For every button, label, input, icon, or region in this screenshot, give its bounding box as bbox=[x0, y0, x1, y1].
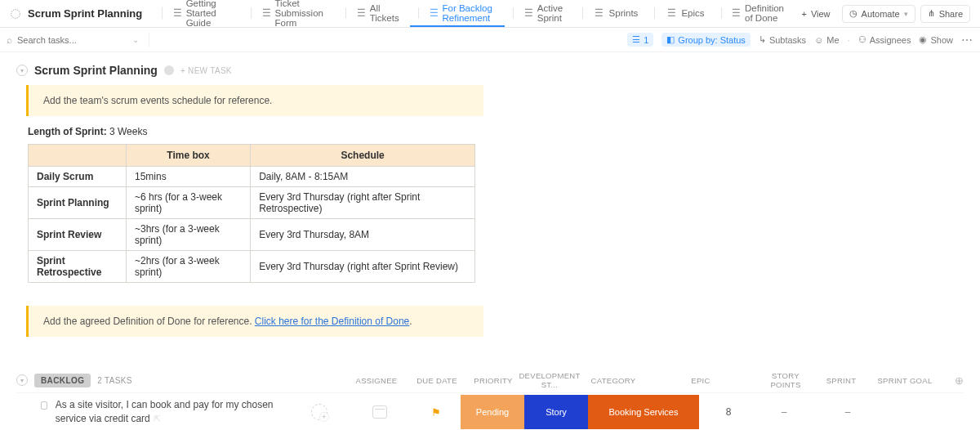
subtasks-icon: ↳ bbox=[759, 34, 766, 45]
doc-icon: ☰ bbox=[173, 7, 182, 19]
dev-status-tag[interactable]: Pending bbox=[461, 395, 524, 429]
share-button[interactable]: ⋔ Share bbox=[920, 5, 970, 23]
people-icon: ⚇ bbox=[858, 34, 866, 45]
doc-icon: ☰ bbox=[357, 7, 366, 19]
sprint-length: Length of Sprint: 3 Weeks bbox=[28, 126, 964, 137]
assignee-placeholder-icon[interactable] bbox=[311, 404, 327, 420]
show-toggle[interactable]: ◉Show bbox=[919, 34, 953, 45]
search-icon: ⌕ bbox=[7, 34, 12, 46]
col-dev[interactable]: DEVELOPMENT ST... bbox=[518, 371, 581, 389]
task-count: 2 TASKS bbox=[97, 376, 131, 385]
col-cat[interactable]: CATEGORY bbox=[581, 376, 645, 385]
duedate-placeholder-icon[interactable] bbox=[372, 405, 387, 419]
assignees-filter[interactable]: ⚇Assignees bbox=[858, 34, 911, 45]
plus-icon: + bbox=[801, 9, 806, 19]
new-task-top-button[interactable]: + NEW TASK bbox=[180, 66, 232, 75]
tab-getting-started-guide[interactable]: ☰Getting Started Guide bbox=[154, 0, 243, 27]
col-goal[interactable]: SPRINT GOAL bbox=[867, 376, 942, 385]
tab-active-sprint[interactable]: ☰Active Sprint bbox=[505, 0, 573, 27]
more-menu-icon[interactable]: ⋯ bbox=[961, 34, 973, 47]
eye-icon: ◉ bbox=[919, 34, 927, 45]
col-due[interactable]: DUE DATE bbox=[405, 376, 469, 385]
list-icon: ☰ bbox=[594, 7, 605, 19]
category-tag[interactable]: Story bbox=[524, 395, 588, 429]
add-view-button[interactable]: +View bbox=[795, 5, 836, 23]
group-icon: ◧ bbox=[666, 34, 675, 45]
col-epic[interactable]: EPIC bbox=[645, 376, 756, 385]
groupby-pill[interactable]: ◧ Group by: Status bbox=[662, 33, 751, 47]
col-sp[interactable]: STORY POINTS bbox=[756, 371, 815, 389]
tab-all-tickets[interactable]: ☰All Tickets bbox=[337, 0, 410, 27]
task-name[interactable]: As a site visitor, I can book and pay fo… bbox=[56, 399, 274, 424]
automate-button[interactable]: ◷ Automate ▾ bbox=[842, 5, 915, 23]
tab-epics[interactable]: ☰Epics bbox=[646, 0, 712, 27]
filter-pill[interactable]: ☰ 1 bbox=[627, 33, 653, 47]
col-prio[interactable]: PRIORITY bbox=[469, 376, 518, 385]
automate-icon: ◷ bbox=[849, 8, 858, 19]
dod-link[interactable]: Click here for the Definition of Done bbox=[255, 316, 409, 327]
add-column-icon[interactable]: ⊕ bbox=[942, 374, 964, 387]
chevron-down-icon: ▾ bbox=[904, 10, 908, 18]
collapse-group-icon[interactable]: ▾ bbox=[16, 374, 28, 386]
svg-point-0 bbox=[11, 9, 20, 18]
task-row[interactable]: As a site visitor, I can book and pay fo… bbox=[16, 392, 964, 430]
list-icon: ☰ bbox=[430, 7, 439, 19]
epic-tag[interactable]: Booking Services bbox=[588, 395, 699, 429]
collapse-list-icon[interactable]: ▾ bbox=[16, 65, 28, 76]
callout-dod: Add the agreed Definition of Done for re… bbox=[26, 306, 483, 337]
person-icon: ☺ bbox=[814, 35, 823, 45]
checkbox[interactable] bbox=[41, 401, 47, 410]
page-title: Scrum Sprint Planning bbox=[26, 7, 149, 20]
form-icon: ☰ bbox=[262, 7, 271, 19]
search-input[interactable] bbox=[17, 35, 107, 45]
col-sprint[interactable]: SPRINT bbox=[815, 376, 867, 385]
tab-ticket-submission-form[interactable]: ☰Ticket Submission Form bbox=[243, 0, 337, 27]
sprint-cell[interactable]: – bbox=[758, 395, 810, 429]
events-table: Time boxSchedule Daily Scrum15minsDaily,… bbox=[28, 144, 475, 283]
search-chevron-icon[interactable]: ⌄ bbox=[132, 35, 139, 44]
list-icon: ☰ bbox=[524, 7, 533, 19]
share-icon: ⋔ bbox=[928, 8, 935, 19]
priority-flag-icon[interactable]: ⚑ bbox=[431, 406, 441, 419]
tab-for-backlog-refinement[interactable]: ☰For Backlog Refinement bbox=[410, 0, 505, 27]
sprint-goal-cell[interactable]: – bbox=[810, 395, 885, 429]
story-points[interactable]: 8 bbox=[699, 395, 758, 429]
filter-icon: ☰ bbox=[632, 34, 640, 45]
settings-gear-icon[interactable] bbox=[8, 7, 23, 21]
list-icon: ☰ bbox=[666, 7, 677, 19]
tab-definition-of-done[interactable]: ☰Definition of Done bbox=[713, 0, 795, 27]
col-assignee[interactable]: ASSIGNEE bbox=[348, 376, 405, 385]
open-icon[interactable]: ⇱ bbox=[154, 414, 161, 424]
doc-icon: ☰ bbox=[732, 7, 741, 19]
subtasks-toggle[interactable]: ↳Subtasks bbox=[759, 34, 806, 45]
group-badge[interactable]: BACKLOG bbox=[34, 374, 91, 387]
tab-sprints[interactable]: ☰Sprints bbox=[574, 0, 647, 27]
callout-schedule: Add the team's scrum events schedule for… bbox=[26, 85, 483, 116]
list-title: Scrum Sprint Planning bbox=[34, 64, 158, 77]
me-filter[interactable]: ☺Me bbox=[814, 35, 840, 45]
info-icon[interactable] bbox=[164, 65, 174, 75]
